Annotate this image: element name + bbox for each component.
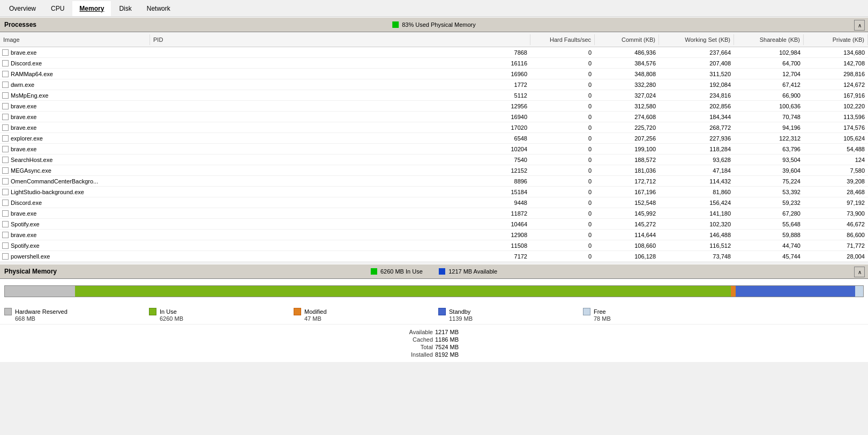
table-row[interactable]: brave.exe 12956 0 312,580 202,856 100,63… [0, 101, 868, 112]
row-checkbox-8[interactable] [2, 135, 9, 142]
hf-cell: 0 [530, 91, 595, 100]
row-checkbox-10[interactable] [2, 157, 9, 163]
row-checkbox-12[interactable] [2, 178, 9, 185]
table-row[interactable]: Discord.exe 9448 0 152,548 156,424 59,23… [0, 197, 868, 208]
hf-cell: 0 [530, 209, 595, 218]
process-name-cell: brave.exe [0, 113, 150, 121]
row-checkbox-9[interactable] [2, 146, 9, 152]
table-row[interactable]: dwm.exe 1772 0 332,280 192,084 67,412 12… [0, 79, 868, 90]
commit-cell: 384,576 [595, 59, 659, 68]
col-header-shareable[interactable]: Shareable (KB) [734, 34, 804, 45]
table-row[interactable]: brave.exe 12908 0 114,644 146,488 59,888… [0, 230, 868, 240]
table-row[interactable]: RAMMap64.exe 16960 0 348,808 311,520 12,… [0, 69, 868, 79]
table-row[interactable]: explorer.exe 6548 0 207,256 227,936 122,… [0, 133, 868, 144]
table-row[interactable]: brave.exe 16940 0 274,608 184,344 70,748… [0, 112, 868, 122]
process-name: OmenCommandCenterBackgro... [11, 178, 98, 185]
process-name-cell: dwm.exe [0, 80, 150, 89]
legend-item-free: Free 78 MB [583, 308, 728, 322]
process-name: MEGAsync.exe [11, 167, 51, 174]
col-header-pid[interactable]: PID [150, 34, 530, 45]
legend-name: Free [594, 308, 606, 315]
commit-cell: 486,936 [595, 48, 659, 57]
row-checkbox-17[interactable] [2, 232, 9, 238]
private-cell: 167,916 [804, 91, 868, 100]
table-row[interactable]: brave.exe 17020 0 225,720 268,772 94,196… [0, 122, 868, 133]
row-checkbox-18[interactable] [2, 242, 9, 249]
nav-tab-network[interactable]: Network [140, 1, 177, 16]
row-checkbox-11[interactable] [2, 167, 9, 174]
info-value-available: 1217 MB [435, 329, 478, 335]
process-name: brave.exe [11, 124, 36, 131]
commit-cell: 207,256 [595, 134, 659, 143]
commit-cell: 312,580 [595, 102, 659, 110]
row-checkbox-4[interactable] [2, 92, 9, 99]
table-row[interactable]: Spotify.exe 10464 0 145,272 102,320 55,6… [0, 219, 868, 230]
table-row[interactable]: SearchHost.exe 7540 0 188,572 93,628 93,… [0, 154, 868, 165]
col-header-ws[interactable]: Working Set (KB) [659, 34, 734, 45]
row-checkbox-14[interactable] [2, 200, 9, 206]
ws-cell: 93,628 [659, 156, 734, 164]
row-checkbox-19[interactable] [2, 253, 9, 260]
row-checkbox-5[interactable] [2, 103, 9, 109]
legend-item-modified: Modified 47 MB [294, 308, 438, 322]
nav-tab-memory[interactable]: Memory [72, 1, 111, 16]
col-header-hf[interactable]: Hard Faults/sec [530, 34, 595, 45]
row-checkbox-7[interactable] [2, 124, 9, 131]
row-checkbox-15[interactable] [2, 210, 9, 217]
shareable-cell: 67,280 [734, 209, 804, 218]
nav-tab-disk[interactable]: Disk [112, 1, 138, 16]
commit-cell: 145,272 [595, 220, 659, 228]
nav-tab-overview[interactable]: Overview [2, 1, 43, 16]
table-row[interactable]: MsMpEng.exe 5112 0 327,024 234,816 66,90… [0, 90, 868, 101]
process-name-cell: Discord.exe [0, 198, 150, 207]
ws-cell: 234,816 [659, 91, 734, 100]
row-checkbox-3[interactable] [2, 82, 9, 88]
in-use-text: 6260 MB In Use [380, 268, 423, 275]
bar-free [855, 286, 863, 297]
table-row[interactable]: MEGAsync.exe 12152 0 181,036 47,184 39,6… [0, 165, 868, 176]
shareable-cell: 67,412 [734, 80, 804, 89]
table-row[interactable]: OmenCommandCenterBackgro... 8896 0 172,7… [0, 176, 868, 187]
table-row[interactable]: powershell.exe 7172 0 106,128 73,748 45,… [0, 251, 868, 262]
hf-cell: 0 [530, 188, 595, 196]
row-checkbox-1[interactable] [2, 60, 9, 67]
table-row[interactable]: brave.exe 11872 0 145,992 141,180 67,280… [0, 208, 868, 219]
table-row[interactable]: brave.exe 10204 0 199,100 118,284 63,796… [0, 144, 868, 154]
col-header-private[interactable]: Private (KB) [804, 34, 868, 45]
row-checkbox-2[interactable] [2, 71, 9, 77]
commit-cell: 274,608 [595, 113, 659, 121]
table-row[interactable]: LightStudio-background.exe 15184 0 167,1… [0, 187, 868, 197]
pid-cell: 7540 [150, 156, 530, 164]
table-row[interactable]: Spotify.exe 11508 0 108,660 116,512 44,7… [0, 240, 868, 251]
processes-collapse-button[interactable]: ∧ [854, 20, 865, 31]
processes-status-text: 83% Used Physical Memory [402, 21, 476, 28]
table-row[interactable]: brave.exe 7868 0 486,936 237,664 102,984… [0, 47, 868, 58]
ws-cell: 202,856 [659, 102, 734, 110]
info-value-cached: 1186 MB [435, 336, 478, 343]
ws-cell: 268,772 [659, 123, 734, 132]
row-checkbox-16[interactable] [2, 221, 9, 227]
process-rows-container: brave.exe 7868 0 486,936 237,664 102,984… [0, 47, 868, 262]
legend-label-row: Free [583, 308, 606, 315]
table-row[interactable]: Discord.exe 16116 0 384,576 207,408 64,7… [0, 58, 868, 69]
ws-cell: 227,936 [659, 134, 734, 143]
bar-in-use [75, 286, 731, 297]
private-cell: 39,208 [804, 177, 868, 186]
col-header-image[interactable]: Image [0, 34, 150, 45]
physical-memory-collapse-button[interactable]: ∧ [854, 267, 865, 277]
col-header-commit[interactable]: Commit (KB) [595, 34, 659, 45]
info-label-available: Available [390, 329, 433, 335]
row-checkbox-13[interactable] [2, 189, 9, 195]
row-checkbox-0[interactable] [2, 49, 9, 56]
private-cell: 113,596 [804, 113, 868, 121]
private-cell: 28,004 [804, 252, 868, 261]
nav-tab-cpu[interactable]: CPU [44, 1, 71, 16]
commit-cell: 108,660 [595, 241, 659, 250]
process-name: brave.exe [11, 103, 36, 109]
commit-cell: 114,644 [595, 231, 659, 239]
shareable-cell: 64,700 [734, 59, 804, 68]
process-name-cell: SearchHost.exe [0, 156, 150, 164]
legend-value: 668 MB [4, 315, 35, 322]
memory-info-table: Available1217 MBCached1186 MBTotal7524 M… [390, 329, 478, 358]
row-checkbox-6[interactable] [2, 114, 9, 120]
